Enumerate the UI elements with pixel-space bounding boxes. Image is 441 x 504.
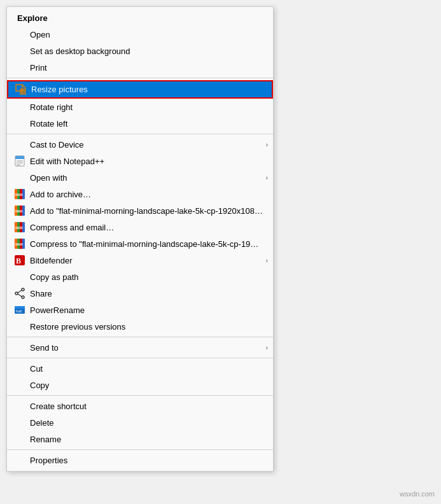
bitdefender-arrow-icon: › (266, 257, 268, 264)
notepad-icon (13, 155, 26, 167)
menu-item-share[interactable]: Share (7, 285, 273, 302)
menu-item-compress-rar-email[interactable]: R A R Compress to "flat-minimal-morning-… (7, 235, 273, 252)
rotate-right-label: Rotate right (30, 102, 73, 112)
rar-icon-2: R A R (13, 204, 26, 217)
menu-item-copy[interactable]: Copy (7, 377, 273, 393)
add-rar-label: Add to "flat-minimal-morning-landscape-l… (30, 206, 263, 216)
cast-arrow-icon: › (266, 141, 268, 148)
powerrename-icon: PwR (13, 304, 26, 316)
svg-text:B: B (16, 256, 21, 265)
menu-item-rename[interactable]: Rename (7, 431, 273, 447)
create-shortcut-label: Create shortcut (30, 402, 87, 411)
notepad-label: Edit with Notepad++ (30, 157, 104, 166)
divider-2 (7, 134, 273, 134)
svg-point-44 (22, 296, 24, 298)
svg-rect-48 (15, 306, 25, 309)
svg-line-2 (22, 85, 26, 88)
copy-label: Copy (30, 381, 49, 390)
send-to-label: Send to (30, 343, 59, 353)
send-to-arrow-icon: › (266, 344, 268, 351)
rar-icon-3: R A R (13, 221, 26, 234)
divider-6 (7, 449, 273, 450)
svg-text:PwR: PwR (16, 309, 22, 313)
context-menu: Explore Open Set as desktop background P… (6, 6, 274, 472)
menu-explore-header: Explore (7, 10, 273, 26)
menu-item-rotate-right[interactable]: Rotate right (7, 99, 273, 115)
divider-5 (7, 395, 273, 396)
svg-rect-1 (20, 88, 26, 95)
menu-item-add-rar[interactable]: R A R Add to "flat-minimal-morning-lands… (7, 202, 273, 219)
menu-item-rotate-left[interactable]: Rotate left (7, 115, 273, 132)
set-desktop-label: Set as desktop background (30, 46, 130, 56)
svg-text:R: R (20, 209, 24, 213)
svg-point-42 (22, 288, 24, 291)
svg-line-46 (18, 294, 22, 297)
properties-label: Properties (30, 456, 67, 465)
watermark: wsxdn.com (400, 490, 435, 498)
svg-rect-4 (15, 156, 24, 159)
resize-icon (15, 83, 27, 96)
menu-item-open-with[interactable]: Open with › (7, 169, 273, 186)
menu-item-print[interactable]: Print (7, 59, 273, 76)
menu-item-set-desktop[interactable]: Set as desktop background (7, 43, 273, 59)
menu-item-restore-versions[interactable]: Restore previous versions (7, 318, 273, 335)
explore-label: Explore (17, 13, 48, 23)
menu-item-delete[interactable]: Delete (7, 414, 273, 431)
menu-item-notepad[interactable]: Edit with Notepad++ (7, 153, 273, 169)
open-with-label: Open with (30, 173, 67, 183)
restore-versions-label: Restore previous versions (30, 322, 125, 332)
open-label: Open (30, 30, 50, 39)
cut-label: Cut (30, 364, 43, 374)
menu-item-compress-email[interactable]: R A R Compress and email… (7, 219, 273, 235)
svg-line-45 (18, 290, 22, 293)
divider-3 (7, 337, 273, 337)
bitdefender-icon: B (13, 254, 26, 267)
bitdefender-label: Bitdefender (30, 256, 73, 265)
menu-item-properties[interactable]: Properties (7, 452, 273, 468)
rename-label: Rename (30, 435, 61, 444)
menu-item-resize[interactable]: Resize pictures (7, 80, 273, 99)
compress-email-label: Compress and email… (30, 223, 114, 232)
powerrename-label: PowerRename (30, 305, 85, 315)
menu-item-send-to[interactable]: Send to › (7, 339, 273, 356)
cast-label: Cast to Device (30, 140, 84, 150)
svg-text:R: R (20, 242, 24, 246)
menu-item-create-shortcut[interactable]: Create shortcut (7, 398, 273, 414)
menu-item-bitdefender[interactable]: B Bitdefender › (7, 252, 273, 269)
delete-label: Delete (30, 418, 54, 428)
menu-item-powerrename[interactable]: PwR PowerRename (7, 302, 273, 318)
menu-item-cut[interactable]: Cut (7, 360, 273, 377)
divider-4 (7, 358, 273, 358)
print-label: Print (30, 63, 47, 73)
svg-text:R: R (20, 193, 24, 197)
menu-item-cast[interactable]: Cast to Device › (7, 136, 273, 153)
svg-point-43 (15, 292, 18, 295)
share-label: Share (30, 289, 52, 298)
divider-1 (7, 78, 273, 78)
share-icon (13, 287, 26, 300)
rar-icon-4: R A R (13, 237, 26, 250)
svg-text:R: R (20, 226, 24, 230)
menu-item-copy-path[interactable]: Copy as path (7, 269, 273, 285)
resize-label: Resize pictures (31, 85, 88, 94)
menu-item-add-archive[interactable]: R A R Add to archive… (7, 186, 273, 202)
add-archive-label: Add to archive… (30, 190, 91, 199)
compress-rar-email-label: Compress to "flat-minimal-morning-landsc… (30, 239, 259, 249)
rar-icon-1: R A R (13, 188, 26, 200)
copy-path-label: Copy as path (30, 272, 79, 282)
rotate-left-label: Rotate left (30, 119, 67, 129)
menu-item-open[interactable]: Open (7, 26, 273, 43)
open-with-arrow-icon: › (266, 174, 268, 181)
